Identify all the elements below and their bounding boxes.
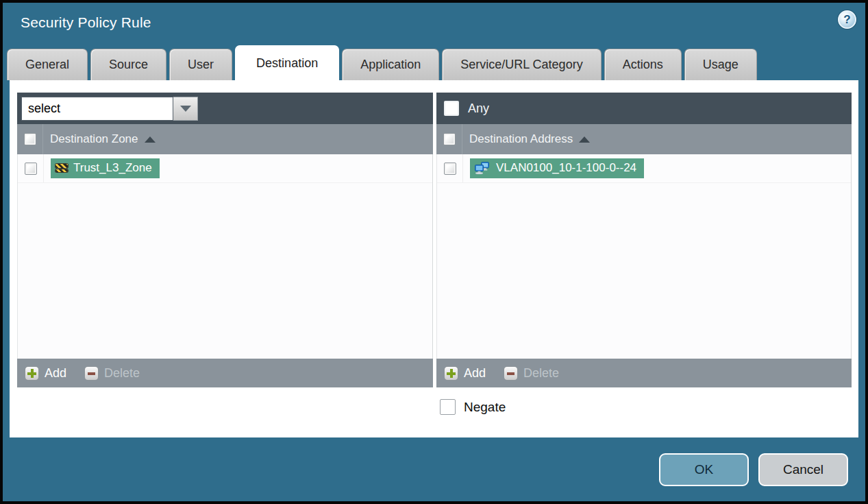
minus-icon <box>84 366 99 381</box>
zone-delete-button[interactable]: Delete <box>84 366 140 381</box>
tab-source[interactable]: Source <box>90 49 166 80</box>
sort-ascending-icon[interactable] <box>579 136 590 143</box>
address-column-header-row: Destination Address <box>436 124 852 154</box>
zone-name: Trust_L3_Zone <box>73 161 152 175</box>
chevron-down-icon <box>180 106 191 112</box>
dialog-title: Security Policy Rule <box>21 14 151 31</box>
ok-button[interactable]: OK <box>659 453 749 486</box>
zone-header-checkbox-cell <box>17 124 43 154</box>
tab-application[interactable]: Application <box>342 49 439 80</box>
sort-ascending-icon[interactable] <box>145 136 156 143</box>
tab-service-url-category[interactable]: Service/URL Category <box>442 49 601 80</box>
address-chip[interactable]: VLAN0100_10-1-100-0--24 <box>470 158 644 178</box>
address-any-bar: Any <box>436 93 852 124</box>
address-add-button[interactable]: Add <box>444 366 486 381</box>
address-row-checkbox-cell <box>437 154 463 182</box>
negate-row: Negate <box>436 399 852 415</box>
any-label: Any <box>468 101 489 116</box>
zone-column-header[interactable]: Destination Zone <box>50 132 138 146</box>
plus-icon <box>25 366 39 381</box>
zone-select-input[interactable] <box>21 97 173 121</box>
zone-add-label: Add <box>45 366 66 381</box>
tab-user[interactable]: User <box>169 49 232 80</box>
any-checkbox[interactable] <box>444 101 459 116</box>
address-delete-label: Delete <box>523 366 559 381</box>
zone-list: Trust_L3_Zone <box>17 154 433 359</box>
destination-address-panel: Any Destination Address <box>436 93 852 387</box>
zone-chip[interactable]: Trust_L3_Zone <box>51 158 160 178</box>
tab-destination[interactable]: Destination <box>235 45 339 80</box>
zone-column-header-row: Destination Zone <box>17 124 433 154</box>
destination-zone-panel: Destination Zone <box>17 93 433 387</box>
plus-icon <box>444 366 458 381</box>
address-select-all-checkbox[interactable] <box>443 133 456 145</box>
address-row-checkbox[interactable] <box>444 163 456 175</box>
negate-label: Negate <box>464 400 506 415</box>
zone-barrier-icon <box>55 163 68 173</box>
destination-tab-content: Destination Zone <box>10 80 858 437</box>
zone-select-dropdown-button[interactable] <box>173 97 198 121</box>
address-actions-bar: Add Delete <box>436 359 852 387</box>
zone-filter-bar <box>17 93 433 124</box>
zone-delete-label: Delete <box>104 366 140 381</box>
help-icon[interactable]: ? <box>838 10 856 29</box>
zone-row: Trust_L3_Zone <box>18 154 432 183</box>
zone-row-checkbox[interactable] <box>25 163 37 175</box>
security-policy-rule-dialog: Security Policy Rule ? General Source Us… <box>3 3 865 501</box>
address-name: VLAN0100_10-1-100-0--24 <box>496 161 636 175</box>
tab-strip: General Source User Destination Applicat… <box>7 45 757 80</box>
title-bar: Security Policy Rule ? <box>3 3 865 45</box>
address-list: VLAN0100_10-1-100-0--24 <box>436 154 852 359</box>
minus-icon <box>504 366 518 381</box>
negate-checkbox[interactable] <box>440 399 456 415</box>
address-column-header[interactable]: Destination Address <box>469 132 573 146</box>
network-computers-icon <box>475 162 491 174</box>
screenshot-frame: Security Policy Rule ? General Source Us… <box>0 0 868 504</box>
zone-add-button[interactable]: Add <box>25 366 66 381</box>
zone-row-checkbox-cell <box>18 154 44 182</box>
tab-actions[interactable]: Actions <box>604 49 682 80</box>
tab-usage[interactable]: Usage <box>684 49 757 80</box>
tab-general[interactable]: General <box>7 49 88 80</box>
address-header-checkbox-cell <box>436 124 462 154</box>
address-add-label: Add <box>464 366 486 381</box>
cancel-button[interactable]: Cancel <box>758 453 848 486</box>
zone-select-all-checkbox[interactable] <box>24 133 36 145</box>
address-delete-button[interactable]: Delete <box>504 366 559 381</box>
address-row: VLAN0100_10-1-100-0--24 <box>437 154 851 183</box>
dialog-footer: OK Cancel <box>3 437 865 501</box>
zone-actions-bar: Add Delete <box>17 359 433 387</box>
